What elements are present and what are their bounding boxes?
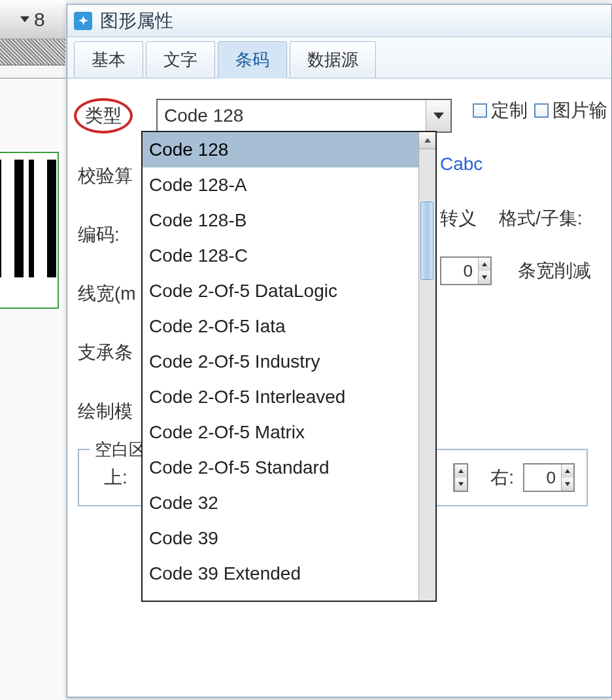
spinner-up-icon[interactable] — [455, 464, 467, 478]
spinner-down-icon[interactable] — [479, 271, 490, 284]
checkbox-image-label: 图片输 — [552, 98, 607, 123]
combo-selected-text: Code 128 — [164, 105, 243, 126]
type-options: 定制 图片输 — [473, 98, 607, 123]
label-encoding: 编码: — [78, 222, 150, 247]
linewidth-extra: 0 条宽削减 — [440, 256, 591, 285]
dropdown-item[interactable]: Code 2-Of-5 Matrix — [143, 415, 418, 450]
spinner-value[interactable]: 0 — [440, 256, 492, 285]
checkbox-custom[interactable]: 定制 — [473, 98, 528, 123]
label-top: 上: — [104, 465, 128, 490]
svg-marker-3 — [482, 275, 487, 279]
spinner-value-field[interactable]: 0 — [441, 258, 478, 284]
tab-basic[interactable]: 基本 — [74, 41, 143, 78]
dropdown-item[interactable]: Code 39 Extended — [143, 556, 418, 591]
svg-marker-1 — [434, 113, 444, 119]
checkbox-custom-label: 定制 — [491, 98, 528, 123]
encoding-extra: 转义 格式/子集: — [440, 206, 583, 231]
tab-barcode[interactable]: 条码 — [218, 41, 287, 79]
label-bearer: 支承条 — [78, 340, 150, 365]
dropdown-items-container: Code 128Code 128-ACode 128-BCode 128-CCo… — [143, 132, 418, 602]
scroll-up-icon[interactable] — [419, 132, 435, 149]
titlebar[interactable]: ✦ 图形属性 — [67, 5, 611, 37]
dropdown-item[interactable]: Code 128 — [143, 132, 418, 167]
label-format-subset: 格式/子集: — [499, 206, 583, 231]
checksum-extra: Cabc — [440, 154, 483, 175]
tab-row: 基本 文字 条码 数据源 — [67, 37, 611, 79]
spinner-right-field[interactable]: 0 — [524, 464, 561, 491]
dropdown-item[interactable]: Code 2-Of-5 Iata — [143, 309, 418, 344]
type-highlight-circle: 类型 — [74, 98, 133, 133]
dropdown-item[interactable]: Code 2-Of-5 DataLogic — [143, 273, 418, 309]
spinner-partial[interactable] — [453, 463, 468, 492]
tab-datasource[interactable]: 数据源 — [290, 41, 376, 78]
svg-marker-6 — [565, 469, 570, 473]
row-type: 类型 Code 128 定制 图片输 — [78, 98, 601, 133]
type-dropdown-list[interactable]: Code 128Code 128-ACode 128-BCode 128-CCo… — [141, 131, 437, 602]
barcode-bars — [0, 160, 58, 277]
spinner-right[interactable]: 0 — [523, 463, 575, 492]
scroll-thumb[interactable] — [420, 201, 434, 280]
toolbar-texture — [0, 39, 65, 65]
label-right: 右: — [490, 465, 514, 490]
spinner-down-icon[interactable] — [562, 478, 573, 491]
dialog-title: 图形属性 — [100, 9, 173, 33]
dropdown-item[interactable]: Code 39 — [143, 521, 418, 556]
scroll-track[interactable] — [419, 149, 435, 602]
svg-marker-5 — [458, 482, 464, 486]
properties-dialog: ✦ 图形属性 基本 文字 条码 数据源 类型 Code 128 定制 — [67, 4, 612, 697]
spinner-up-icon[interactable] — [562, 464, 573, 478]
spinner-up-icon[interactable] — [479, 258, 490, 271]
dropdown-item[interactable]: Code 128-C — [143, 238, 418, 273]
label-barwidth-reduce: 条宽削减 — [518, 258, 591, 283]
svg-marker-4 — [458, 469, 464, 473]
chevron-down-icon[interactable] — [426, 100, 450, 131]
svg-marker-0 — [20, 16, 29, 22]
dropdown-item[interactable]: Code 2-Of-5 Standard — [143, 450, 418, 485]
dropdown-item[interactable]: Code 93 — [143, 591, 418, 602]
label-escape: 转义 — [440, 206, 477, 231]
label-linewidth: 线宽(m — [78, 281, 150, 306]
dropdown-item[interactable]: Code 128-A — [143, 167, 418, 203]
scrollbar[interactable] — [418, 132, 435, 602]
dropdown-item[interactable]: Code 32 — [143, 485, 418, 521]
dropdown-item[interactable]: Code 2-Of-5 Interleaved — [143, 379, 418, 415]
background-toolbar: 8 — [0, 0, 65, 39]
checkbox-icon[interactable] — [473, 103, 487, 118]
ruler — [0, 65, 65, 79]
checkbox-image-output[interactable]: 图片输 — [534, 98, 607, 123]
chevron-down-icon[interactable] — [20, 14, 30, 25]
tab-text[interactable]: 文字 — [146, 41, 215, 78]
barcode-preview[interactable] — [0, 152, 59, 309]
label-checksum: 校验算 — [78, 164, 150, 188]
spinner-down-icon[interactable] — [455, 478, 467, 491]
dropdown-item[interactable]: Code 2-Of-5 Industry — [143, 344, 418, 379]
svg-marker-7 — [565, 482, 570, 486]
type-combobox[interactable]: Code 128 — [156, 99, 452, 133]
checkbox-icon[interactable] — [534, 103, 549, 118]
svg-marker-2 — [482, 262, 487, 266]
label-drawmode: 绘制模 — [78, 399, 150, 424]
label-type: 类型 — [78, 98, 150, 133]
partial-cabc: Cabc — [440, 154, 483, 175]
app-icon: ✦ — [74, 12, 92, 30]
toolbar-value: 8 — [34, 9, 45, 31]
dropdown-item[interactable]: Code 128-B — [143, 203, 418, 238]
svg-marker-8 — [424, 138, 431, 143]
